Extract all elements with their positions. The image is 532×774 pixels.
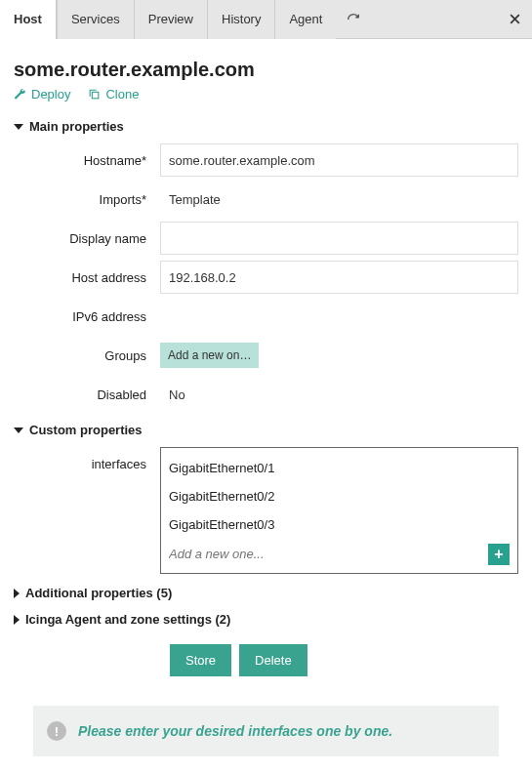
delete-button[interactable]: Delete bbox=[239, 644, 307, 676]
refresh-icon[interactable] bbox=[336, 0, 371, 39]
label-imports: Imports* bbox=[14, 192, 160, 207]
tab-services[interactable]: Services bbox=[57, 0, 134, 39]
caret-down-icon bbox=[14, 124, 23, 130]
section-main-label: Main properties bbox=[29, 119, 124, 134]
clone-icon bbox=[88, 88, 101, 101]
wrench-icon bbox=[14, 88, 26, 101]
tab-preview[interactable]: Preview bbox=[134, 0, 207, 39]
tab-agent[interactable]: Agent bbox=[274, 0, 336, 39]
svg-rect-0 bbox=[93, 92, 100, 99]
section-additional-properties[interactable]: Additional properties (5) bbox=[14, 586, 518, 600]
caret-right-icon bbox=[14, 589, 20, 598]
section-custom-properties[interactable]: Custom properties bbox=[14, 423, 518, 437]
label-disabled: Disabled bbox=[14, 387, 160, 402]
interface-item[interactable]: GigabitEthernet0/3 bbox=[169, 510, 510, 539]
display-name-input[interactable] bbox=[160, 222, 518, 255]
interface-item[interactable]: GigabitEthernet0/2 bbox=[169, 482, 510, 510]
clone-label: Clone bbox=[105, 87, 139, 102]
label-ipv6: IPv6 address bbox=[14, 309, 160, 324]
label-display-name: Display name bbox=[14, 231, 160, 246]
hint-text: Please enter your desired interfaces one… bbox=[78, 723, 392, 739]
section-main-properties[interactable]: Main properties bbox=[14, 119, 518, 134]
disabled-select[interactable] bbox=[160, 378, 518, 411]
section-custom-label: Custom properties bbox=[29, 423, 143, 437]
tab-host[interactable]: Host bbox=[0, 0, 57, 39]
action-bar: Deploy Clone bbox=[14, 87, 518, 102]
deploy-label: Deploy bbox=[31, 87, 70, 102]
caret-right-icon bbox=[14, 615, 20, 625]
label-interfaces: interfaces bbox=[14, 447, 160, 471]
host-address-input[interactable] bbox=[160, 261, 518, 294]
interface-add-input[interactable] bbox=[169, 541, 488, 567]
hostname-input[interactable] bbox=[160, 143, 518, 177]
label-host-address: Host address bbox=[14, 270, 160, 285]
imports-input[interactable] bbox=[160, 183, 518, 216]
plus-icon[interactable]: + bbox=[488, 544, 510, 565]
close-icon[interactable] bbox=[497, 0, 532, 39]
section-icinga-label: Icinga Agent and zone settings (2) bbox=[25, 612, 230, 627]
interfaces-box: GigabitEthernet0/1 GigabitEthernet0/2 Gi… bbox=[160, 447, 518, 574]
deploy-link[interactable]: Deploy bbox=[14, 87, 70, 102]
label-hostname: Hostname* bbox=[14, 153, 160, 168]
section-icinga-agent[interactable]: Icinga Agent and zone settings (2) bbox=[14, 612, 518, 627]
page-title: some.router.example.com bbox=[14, 59, 518, 81]
label-groups: Groups bbox=[14, 348, 160, 363]
section-additional-label: Additional properties (5) bbox=[25, 586, 172, 600]
interface-item[interactable]: GigabitEthernet0/1 bbox=[169, 454, 510, 482]
clone-link[interactable]: Clone bbox=[88, 87, 139, 102]
caret-down-icon bbox=[14, 428, 23, 433]
hint-box: ! Please enter your desired interfaces o… bbox=[33, 706, 499, 756]
tab-bar: Host Services Preview History Agent bbox=[0, 0, 532, 39]
groups-add-pill[interactable]: Add a new on… bbox=[160, 343, 259, 368]
ipv6-input[interactable] bbox=[160, 300, 518, 333]
store-button[interactable]: Store bbox=[170, 644, 231, 676]
info-icon: ! bbox=[47, 721, 66, 741]
tab-history[interactable]: History bbox=[207, 0, 274, 39]
